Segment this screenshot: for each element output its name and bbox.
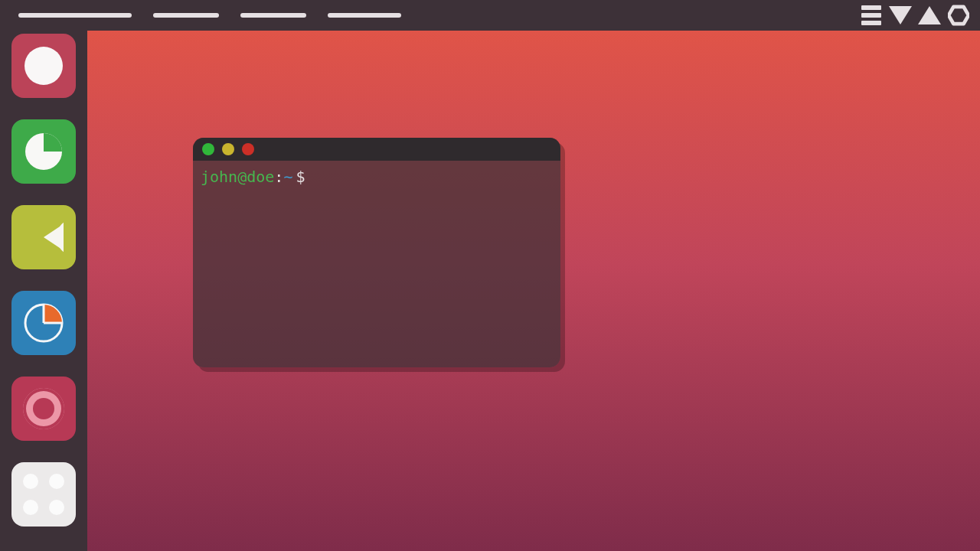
system-tray (861, 5, 980, 26)
close-icon[interactable] (202, 143, 214, 155)
triangle-down-icon[interactable] (890, 5, 911, 26)
record-icon (23, 388, 64, 429)
circle-icon (24, 47, 63, 85)
prompt-symbol: $ (296, 168, 305, 186)
menu-item-2[interactable] (153, 13, 219, 18)
pac-icon (24, 217, 64, 257)
terminal-titlebar[interactable] (193, 138, 560, 161)
menu-item-4[interactable] (328, 13, 401, 18)
chart-icon (22, 302, 65, 344)
hexagon-icon[interactable] (948, 5, 969, 26)
dock-apps-grid[interactable] (11, 462, 76, 527)
minimize-icon[interactable] (222, 143, 234, 155)
dock-app-3[interactable] (11, 205, 76, 269)
terminal-window[interactable]: john@doe:~$ (193, 138, 560, 367)
dock (0, 31, 87, 551)
menu-item-3[interactable] (240, 13, 306, 18)
apps-grid-icon (23, 474, 64, 515)
top-menu (0, 13, 401, 18)
menu-icon[interactable] (861, 5, 882, 26)
dock-app-1[interactable] (11, 34, 76, 98)
prompt-user: john@doe (201, 168, 274, 186)
dock-app-4[interactable] (11, 291, 76, 355)
maximize-icon[interactable] (242, 143, 254, 155)
terminal-body[interactable]: john@doe:~$ (193, 161, 560, 193)
svg-marker-0 (949, 7, 969, 24)
dock-app-2[interactable] (11, 119, 76, 184)
prompt-path: ~ (283, 168, 292, 186)
prompt-colon: : (274, 168, 283, 186)
menu-item-1[interactable] (18, 13, 132, 18)
triangle-up-icon[interactable] (919, 5, 940, 26)
top-panel (0, 0, 980, 31)
desktop[interactable]: john@doe:~$ (87, 31, 980, 551)
dock-app-5[interactable] (11, 377, 76, 441)
pie-icon (24, 132, 64, 171)
